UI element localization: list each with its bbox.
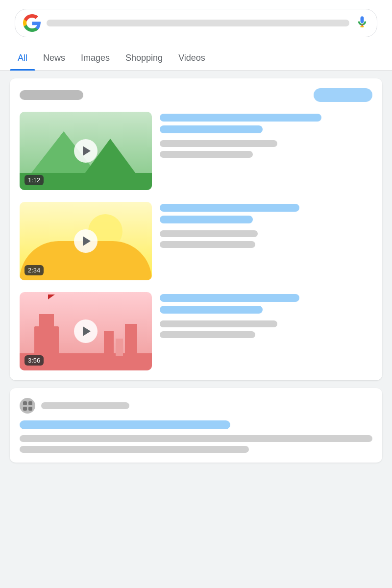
castle-body bbox=[34, 326, 59, 356]
video-item[interactable]: 1:12 bbox=[20, 112, 372, 190]
skyline-decoration bbox=[104, 324, 137, 356]
result-source bbox=[41, 402, 129, 409]
main-content: 1:12 2:34 bbox=[0, 71, 392, 470]
result-snippet-line2 bbox=[20, 446, 249, 453]
favicon-dot bbox=[23, 401, 27, 405]
video-title-line2 bbox=[160, 216, 253, 223]
result-snippet-line1 bbox=[20, 435, 372, 442]
castle-flag bbox=[48, 294, 55, 299]
video-info-1 bbox=[160, 112, 372, 190]
card-action-button[interactable] bbox=[314, 88, 372, 102]
video-item[interactable]: 2:34 bbox=[20, 202, 372, 280]
video-info-3 bbox=[160, 292, 372, 370]
duration-badge-1: 1:12 bbox=[24, 175, 44, 185]
favicon-dot bbox=[23, 407, 27, 411]
duration-badge-3: 3:56 bbox=[24, 355, 44, 366]
search-bar[interactable] bbox=[15, 9, 377, 37]
tab-images[interactable]: Images bbox=[73, 46, 118, 70]
video-desc-line1 bbox=[160, 320, 277, 327]
building-2 bbox=[116, 339, 123, 356]
favicon-dot bbox=[28, 407, 32, 411]
play-button-1[interactable] bbox=[74, 139, 98, 163]
favicon-dot bbox=[28, 401, 32, 405]
video-thumbnail-1[interactable]: 1:12 bbox=[20, 112, 152, 190]
favicon-icon bbox=[20, 398, 35, 414]
card-label bbox=[20, 90, 83, 100]
video-desc-line2 bbox=[160, 151, 253, 158]
video-title-line1 bbox=[160, 204, 299, 212]
video-thumbnail-2[interactable]: 2:34 bbox=[20, 202, 152, 280]
card-header bbox=[20, 88, 372, 102]
play-button-3[interactable] bbox=[74, 319, 98, 343]
play-button-2[interactable] bbox=[74, 229, 98, 253]
search-input[interactable] bbox=[47, 20, 349, 26]
video-desc-line2 bbox=[160, 331, 255, 338]
video-results-card: 1:12 2:34 bbox=[10, 78, 382, 380]
result-link-title[interactable] bbox=[20, 420, 230, 429]
building-3 bbox=[125, 324, 137, 356]
mic-icon[interactable] bbox=[355, 15, 369, 31]
search-result-card bbox=[10, 388, 382, 463]
video-title-line2 bbox=[160, 125, 263, 133]
favicon-dots bbox=[23, 401, 32, 411]
tab-videos[interactable]: Videos bbox=[171, 46, 213, 70]
tab-shopping[interactable]: Shopping bbox=[118, 46, 171, 70]
video-title-line1 bbox=[160, 294, 299, 302]
video-title-line2 bbox=[160, 306, 263, 314]
castle-decoration bbox=[34, 326, 59, 356]
video-desc-line2 bbox=[160, 241, 255, 248]
building-1 bbox=[104, 331, 114, 356]
tab-news[interactable]: News bbox=[35, 46, 73, 70]
result-header bbox=[20, 398, 372, 414]
video-title-line1 bbox=[160, 114, 321, 122]
video-item[interactable]: 3:56 bbox=[20, 292, 372, 370]
tab-all[interactable]: All bbox=[10, 46, 35, 70]
duration-badge-2: 2:34 bbox=[24, 265, 44, 275]
video-desc-line1 bbox=[160, 230, 258, 237]
video-info-2 bbox=[160, 202, 372, 280]
svg-rect-0 bbox=[362, 17, 363, 23]
video-thumbnail-3[interactable]: 3:56 bbox=[20, 292, 152, 370]
google-logo-icon bbox=[23, 14, 41, 32]
tabs-bar: All News Images Shopping Videos bbox=[0, 46, 392, 71]
video-desc-line1 bbox=[160, 140, 277, 147]
search-bar-container bbox=[0, 0, 392, 46]
